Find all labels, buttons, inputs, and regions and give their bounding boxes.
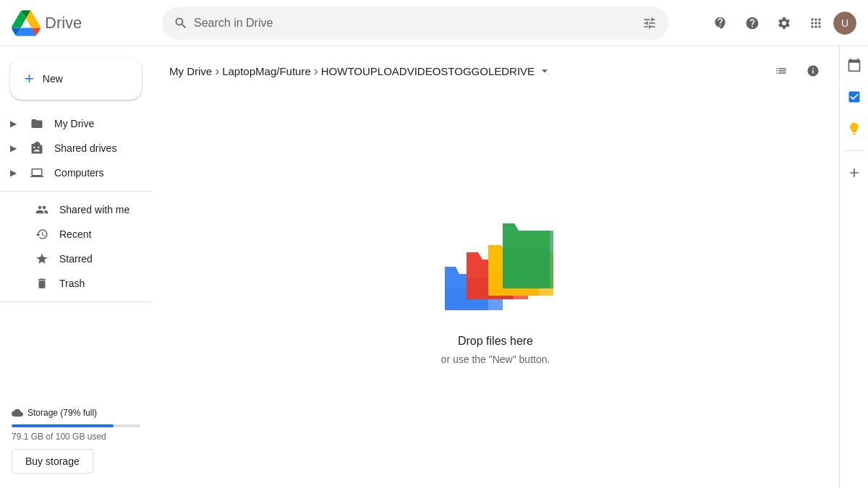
breadcrumb-my-drive[interactable]: My Drive xyxy=(169,65,212,77)
content-area: My Drive › LaptopMag/Future › HOWTOUPLOA… xyxy=(152,46,839,488)
breadcrumb: My Drive › LaptopMag/Future › HOWTOUPLOA… xyxy=(152,46,839,93)
list-view-button[interactable] xyxy=(767,56,796,85)
info-button[interactable] xyxy=(799,56,827,85)
breadcrumb-current: HOWTOUPLOADVIDEOSTOGGOLEDRIVE xyxy=(321,64,552,78)
storage-label: Storage (79% full) xyxy=(12,407,140,419)
sidebar-item-computers[interactable]: ▶ Computers xyxy=(0,160,146,185)
sidebar-item-shared-with-me[interactable]: Shared with me xyxy=(0,197,146,222)
cloud-icon xyxy=(12,407,23,419)
drop-zone-subtitle: or use the "New" button. xyxy=(441,354,550,365)
dropdown-icon[interactable] xyxy=(537,64,552,78)
topbar-right: U xyxy=(706,9,856,38)
breadcrumb-actions xyxy=(767,56,827,85)
settings-icon-btn[interactable] xyxy=(770,9,799,38)
star-icon xyxy=(33,252,51,265)
drop-zone-title: Drop files here xyxy=(458,335,533,348)
chevron-icon: › xyxy=(215,64,219,79)
right-panel xyxy=(839,46,868,488)
drop-zone: Drop files here or use the "New" button. xyxy=(152,93,839,488)
avatar-image: U xyxy=(833,12,856,35)
calendar-icon-btn[interactable] xyxy=(841,52,867,78)
storage-label-text: Storage (79% full) xyxy=(27,408,97,418)
support-icon-btn[interactable] xyxy=(706,9,735,38)
computer-icon xyxy=(28,166,46,179)
clock-icon xyxy=(33,228,51,241)
storage-bar-fill xyxy=(12,424,114,427)
apps-icon-btn[interactable] xyxy=(801,9,830,38)
search-input[interactable] xyxy=(194,17,637,30)
drive-logo-icon xyxy=(12,9,41,38)
new-button-label: New xyxy=(43,73,63,85)
logo-area: Drive xyxy=(12,9,156,38)
sidebar-divider xyxy=(0,191,152,192)
sidebar-item-label: Starred xyxy=(59,253,93,265)
topbar: Drive xyxy=(0,0,868,46)
sidebar-item-shared-drives[interactable]: ▶ Shared drives xyxy=(0,136,146,160)
folder-icon xyxy=(28,117,46,130)
sidebar-item-label: Computers xyxy=(54,167,103,179)
breadcrumb-laptopmagfuture[interactable]: LaptopMag/Future xyxy=(222,65,311,77)
storage-bar-bg xyxy=(12,424,140,427)
chevron-icon-2: › xyxy=(314,64,318,79)
sidebar-item-trash[interactable]: Trash xyxy=(0,271,146,296)
sidebar-item-my-drive[interactable]: ▶ My Drive xyxy=(0,111,146,136)
plus-icon: + xyxy=(25,69,34,88)
sidebar-item-recent[interactable]: Recent xyxy=(0,222,146,247)
sidebar-item-label: Recent xyxy=(59,228,91,240)
tasks-icon-btn[interactable] xyxy=(841,84,867,110)
add-app-icon-btn[interactable] xyxy=(841,160,867,186)
expand-icon: ▶ xyxy=(10,168,17,178)
expand-icon: ▶ xyxy=(10,119,17,129)
search-icon xyxy=(174,16,188,30)
keep-icon-btn[interactable] xyxy=(841,116,867,142)
main-layout: + New ▶ My Drive ▶ Shared drives ▶ Compu… xyxy=(0,46,868,488)
people-icon xyxy=(33,203,51,216)
storage-section: Storage (79% full) 79.1 GB of 100 GB use… xyxy=(0,398,152,482)
new-button[interactable]: + New xyxy=(10,58,142,100)
buy-storage-button[interactable]: Buy storage xyxy=(12,449,93,474)
search-bar[interactable] xyxy=(162,7,668,40)
storage-used-text: 79.1 GB of 100 GB used xyxy=(12,432,140,442)
sidebar-item-label: My Drive xyxy=(54,118,94,129)
expand-icon: ▶ xyxy=(10,143,17,153)
avatar[interactable]: U xyxy=(833,12,856,35)
folder-illustration xyxy=(438,216,553,317)
sidebar-item-label: Shared with me xyxy=(59,204,129,215)
help-icon-btn[interactable] xyxy=(738,9,767,38)
panel-divider xyxy=(844,150,864,151)
shared-drive-icon xyxy=(28,142,46,155)
trash-icon xyxy=(33,277,51,290)
sidebar-item-label: Trash xyxy=(59,278,85,289)
sidebar: + New ▶ My Drive ▶ Shared drives ▶ Compu… xyxy=(0,46,152,488)
sidebar-item-label: Shared drives xyxy=(54,142,116,154)
sidebar-item-starred[interactable]: Starred xyxy=(0,247,146,271)
sidebar-divider-storage xyxy=(0,301,152,302)
tune-icon[interactable] xyxy=(642,16,657,30)
logo-text: Drive xyxy=(45,14,82,33)
breadcrumb-current-text: HOWTOUPLOADVIDEOSTOGGOLEDRIVE xyxy=(321,65,535,77)
